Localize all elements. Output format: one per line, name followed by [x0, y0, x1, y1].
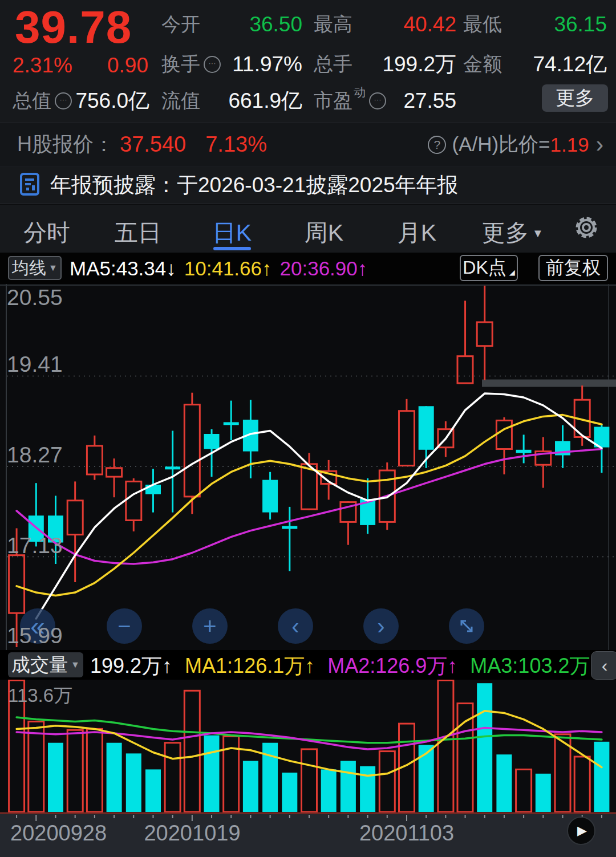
y-axis-label: 18.27 — [7, 442, 63, 468]
settings-gear-icon[interactable] — [573, 214, 600, 243]
stat-high: 最高 40.42 — [314, 11, 456, 38]
ma10-value: 10:41.66↑ — [184, 257, 272, 280]
stat-pe-ratio[interactable]: 市盈动··· 27.55 — [314, 88, 456, 114]
date-label: 20201019 — [144, 821, 240, 846]
change-value: 0.90 — [107, 54, 148, 78]
ma-selector-button[interactable]: 均线▼ — [8, 256, 62, 280]
candlestick-chart[interactable] — [0, 284, 616, 650]
tab-5day[interactable]: 五日 — [115, 217, 161, 249]
stat-open: 今开 36.50 — [161, 11, 302, 38]
dropdown-arrow-icon: ▼ — [48, 263, 58, 273]
dropdown-arrow-icon: ▼ — [71, 660, 80, 670]
stat-low: 最低 36.15 — [463, 11, 607, 38]
help-icon[interactable]: ? — [428, 136, 446, 154]
active-tab-underline — [213, 247, 251, 250]
hshare-percent: 7.13% — [205, 132, 267, 157]
hshare-price: 37.540 — [120, 132, 186, 157]
ma-legend-row: 均线▼ MA5:43.34↓ 10:41.66↑ 20:36.90↑ DK点◢ … — [0, 253, 616, 284]
more-stats-button[interactable]: 更多 — [542, 84, 608, 112]
y-axis-label: 17.13 — [7, 533, 63, 558]
volume-chart[interactable] — [0, 680, 616, 822]
corner-icon: ◢ — [509, 268, 515, 277]
prev-button[interactable]: ‹ — [278, 608, 313, 644]
date-label: 20201103 — [359, 821, 454, 846]
hshare-row[interactable]: H股报价： 37.540 7.13% ? (A/H)比价= 1.19 › — [0, 123, 616, 166]
stock-app-screen: 39.78 2.31% 0.90 今开 36.50 最高 40.42 最低 36… — [0, 0, 616, 857]
hshare-label: H股报价： — [17, 131, 114, 159]
zoom-in-button[interactable]: + — [192, 608, 228, 644]
play-button[interactable]: ▶ — [567, 817, 595, 845]
change-percent: 2.31% — [13, 54, 72, 78]
collapse-panel-button[interactable]: ‹ — [591, 651, 616, 680]
tab-monthly-k[interactable]: 月K — [398, 217, 436, 249]
zoom-out-button[interactable]: − — [107, 608, 142, 644]
volume-axis-label: 113.6万 — [8, 683, 72, 709]
tab-daily-k[interactable]: 日K — [213, 217, 252, 249]
quote-panel: 39.78 2.31% 0.90 今开 36.50 最高 40.42 最低 36… — [0, 0, 616, 123]
date-label: 20200928 — [10, 821, 107, 846]
info-icon[interactable]: ··· — [369, 92, 386, 109]
stat-amount: 金额 74.12亿 — [463, 51, 607, 78]
forward-adjust-button[interactable]: 前复权 — [538, 255, 608, 281]
stat-turnover-rate[interactable]: 换手··· 11.97% — [161, 51, 302, 78]
y-axis-label: 19.41 — [7, 352, 63, 377]
tab-more[interactable]: 更多▼ — [482, 217, 544, 249]
volume-ma1: MA1:126.1万↑ — [185, 652, 315, 680]
ma20-value: 20:36.90↑ — [280, 257, 368, 280]
next-button[interactable]: › — [363, 608, 399, 644]
info-icon[interactable]: ··· — [55, 92, 72, 109]
expand-icon — [457, 616, 476, 636]
notice-row[interactable]: 年报预披露：于2026-03-21披露2025年年报 — [0, 167, 616, 204]
ah-ratio-value: 1.19 — [550, 133, 589, 156]
price-change-row: 2.31% 0.90 — [13, 54, 148, 78]
tab-minute[interactable]: 分时 — [23, 217, 70, 249]
y-axis-label: 15.99 — [7, 623, 63, 648]
tab-weekly-k[interactable]: 周K — [305, 217, 343, 249]
info-icon[interactable]: ··· — [204, 56, 221, 73]
volume-ma3: MA3:103.2万↑ — [470, 652, 600, 680]
chevron-right-icon[interactable]: › — [596, 132, 603, 157]
volume-legend-row: 成交量▼ 199.2万↑ MA1:126.1万↑ MA2:126.9万↑ MA3… — [0, 650, 616, 680]
stat-total-lots: 总手 199.2万 — [314, 51, 456, 78]
ma5-value: MA5:43.34↓ — [70, 257, 176, 280]
report-doc-icon — [19, 173, 41, 198]
dk-point-button[interactable]: DK点◢ — [460, 255, 518, 281]
notice-text: 年报预披露：于2026-03-21披露2025年年报 — [50, 171, 459, 200]
volume-selector-button[interactable]: 成交量▼ — [8, 652, 83, 677]
fullscreen-expand-button[interactable] — [449, 608, 484, 644]
y-axis-label: 20.55 — [7, 285, 63, 310]
ah-ratio-label: (A/H)比价= — [452, 131, 550, 158]
volume-current: 199.2万↑ — [90, 652, 172, 680]
period-tab-bar: 分时 五日 日K 周K 月K 更多▼ — [0, 205, 616, 253]
volume-ma2: MA2:126.9万↑ — [327, 652, 457, 680]
stat-float-cap: 流值 661.9亿 — [161, 88, 302, 114]
stat-market-cap[interactable]: 总值··· 756.0亿 — [13, 88, 149, 114]
dropdown-arrow-icon: ▼ — [532, 227, 544, 239]
current-price: 39.78 — [15, 1, 132, 54]
